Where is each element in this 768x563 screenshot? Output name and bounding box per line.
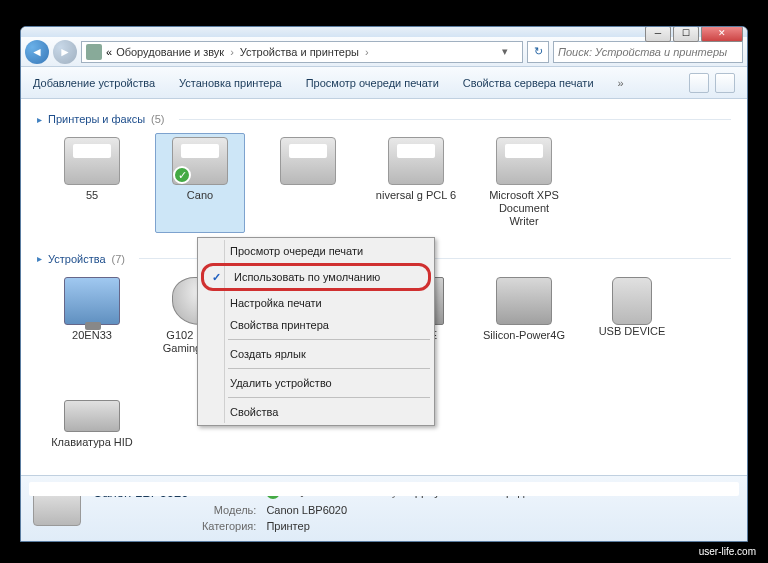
toolbar-view-queue[interactable]: Просмотр очереди печати — [306, 77, 439, 89]
group-header-printers[interactable]: ▸ Принтеры и факсы (5) — [37, 113, 731, 125]
device-label: Клавиатура HID — [51, 436, 133, 449]
collapse-icon[interactable]: ▸ — [37, 253, 42, 264]
group-count: (7) — [112, 253, 125, 265]
keyboard-icon — [64, 400, 120, 432]
device-label: niversal g PCL 6 — [375, 189, 457, 202]
view-options-button[interactable] — [689, 73, 709, 93]
device-item[interactable] — [263, 133, 353, 233]
device-item[interactable]: Клавиатура HID — [47, 380, 137, 453]
maximize-button[interactable]: ☐ — [673, 26, 699, 42]
menu-item-label: Удалить устройство — [230, 377, 332, 389]
device-label: USB DEVICE — [591, 325, 673, 338]
toolbar-add-printer[interactable]: Установка принтера — [179, 77, 282, 89]
breadcrumb-prefix: « — [106, 46, 112, 58]
device-item[interactable]: 55 — [47, 133, 137, 233]
command-bar: Добавление устройства Установка принтера… — [21, 67, 747, 99]
device-item[interactable]: ✓Cano — [155, 133, 245, 233]
details-printer-icon — [33, 484, 81, 526]
device-label: 55 — [51, 189, 133, 202]
group-count: (5) — [151, 113, 164, 125]
menu-item-label: Свойства принтера — [230, 319, 329, 331]
menu-separator — [228, 368, 430, 369]
menu-item[interactable]: Свойства — [200, 401, 432, 423]
printer-icon — [280, 137, 336, 185]
minimize-button[interactable]: ─ — [645, 26, 671, 42]
refresh-button[interactable]: ↻ — [527, 41, 549, 63]
toolbar-overflow-icon[interactable]: » — [618, 77, 624, 89]
menu-item-label: Просмотр очереди печати — [230, 245, 363, 257]
back-button[interactable]: ◄ — [25, 40, 49, 64]
printer-icon — [496, 137, 552, 185]
collapse-icon[interactable]: ▸ — [37, 114, 42, 125]
device-item[interactable]: niversal g PCL 6 — [371, 133, 461, 233]
details-category-label: Категория: — [198, 520, 256, 532]
group-title: Принтеры и факсы — [48, 113, 145, 125]
menu-separator — [228, 339, 430, 340]
breadcrumb-separator: › — [230, 46, 234, 58]
toolbar-add-device[interactable]: Добавление устройства — [33, 77, 155, 89]
menu-item[interactable]: Настройка печати — [200, 292, 432, 314]
explorer-window: ─ ☐ ✕ ◄ ► « Оборудование и звук › Устрой… — [20, 26, 748, 542]
group-title: Устройства — [48, 253, 106, 265]
details-model-value: Canon LBP6020 — [266, 504, 357, 516]
printer-icon — [64, 137, 120, 185]
menu-item-label: Свойства — [230, 406, 278, 418]
watermark: user-life.com — [693, 544, 762, 559]
usb-icon — [612, 277, 652, 325]
device-label: Microsoft XPS Document Writer — [483, 189, 565, 229]
group-divider — [179, 119, 731, 120]
menu-item-label: Настройка печати — [230, 297, 322, 309]
forward-button[interactable]: ► — [53, 40, 77, 64]
menu-item-label: Создать ярлык — [230, 348, 306, 360]
details-pane: Canon LBP6020 Состояние: ✓По умолчанию С… — [21, 475, 747, 541]
device-label: Silicon-Power4G — [483, 329, 565, 342]
help-button[interactable] — [715, 73, 735, 93]
device-item[interactable]: USB DEVICE — [587, 273, 677, 373]
address-bar[interactable]: « Оборудование и звук › Устройства и при… — [81, 41, 523, 63]
menu-item[interactable]: ✓Использовать по умолчанию — [201, 263, 431, 291]
toolbar-server-props[interactable]: Свойства сервера печати — [463, 77, 594, 89]
device-label: 20EN33 — [51, 329, 133, 342]
content-pane: ▸ Принтеры и факсы (5) 55✓Canoniversal g… — [21, 99, 747, 477]
breadcrumb[interactable]: Устройства и принтеры — [240, 46, 359, 58]
menu-item[interactable]: Свойства принтера — [200, 314, 432, 336]
device-item[interactable]: Microsoft XPS Document Writer — [479, 133, 569, 233]
details-category-value: Принтер — [266, 520, 357, 532]
menu-item[interactable]: Создать ярлык — [200, 343, 432, 365]
breadcrumb-separator: › — [365, 46, 369, 58]
check-icon: ✓ — [212, 271, 221, 284]
printer-icon: ✓ — [172, 137, 228, 185]
details-model-label: Модель: — [198, 504, 256, 516]
location-icon — [86, 44, 102, 60]
menu-separator — [228, 397, 430, 398]
breadcrumb[interactable]: Оборудование и звук — [116, 46, 224, 58]
menu-item[interactable]: Просмотр очереди печати — [200, 240, 432, 262]
menu-item-label: Использовать по умолчанию — [234, 271, 380, 283]
close-button[interactable]: ✕ — [701, 26, 743, 42]
search-box[interactable] — [553, 41, 743, 63]
menu-item[interactable]: Удалить устройство — [200, 372, 432, 394]
context-menu: Просмотр очереди печати✓Использовать по … — [197, 237, 435, 426]
default-badge-icon: ✓ — [173, 166, 191, 184]
titlebar[interactable]: ─ ☐ ✕ — [21, 27, 747, 37]
navigation-bar: ◄ ► « Оборудование и звук › Устройства и… — [21, 37, 747, 67]
address-dropdown-icon[interactable]: ▾ — [502, 45, 518, 58]
device-label: Cano — [159, 189, 241, 202]
monitor-icon — [64, 277, 120, 325]
printer-icon — [388, 137, 444, 185]
device-item[interactable]: 20EN33 — [47, 273, 137, 373]
hdd-icon — [496, 277, 552, 325]
device-item[interactable]: Silicon-Power4G — [479, 273, 569, 373]
search-input[interactable] — [558, 46, 738, 58]
